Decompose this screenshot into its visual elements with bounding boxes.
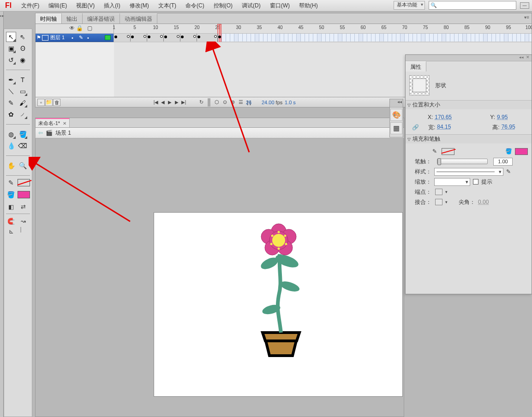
tool-brush[interactable]: 🖌	[18, 98, 28, 108]
stroke-weight-input[interactable]: 1.00	[493, 158, 513, 166]
onion-center[interactable]: ⬡	[213, 99, 221, 105]
hinting-checkbox[interactable]	[473, 179, 478, 185]
miter-value[interactable]: 0.00	[478, 199, 496, 205]
help-search-input[interactable]: 🔍	[429, 1, 516, 10]
option-straighten[interactable]: ⊾	[6, 226, 16, 236]
new-folder-button[interactable]: 📁	[45, 99, 53, 106]
step-back[interactable]: ◀	[160, 99, 166, 106]
stroke-color-swatch[interactable]	[18, 179, 30, 186]
stage-canvas[interactable]	[154, 212, 403, 397]
props-collapse[interactable]: ◂◂ ✕	[406, 55, 532, 61]
menu-view[interactable]: 视图(V)	[72, 0, 99, 12]
option-snap[interactable]: 🧲	[6, 216, 16, 226]
tool-3d-rotate[interactable]: ↺	[6, 55, 16, 65]
tool-eraser[interactable]: ⌫	[18, 141, 28, 151]
swatches-panel-icon[interactable]: ▦	[390, 122, 402, 134]
scene-name[interactable]: 场景 1	[55, 129, 71, 137]
fps-value[interactable]: 24.00	[262, 100, 275, 105]
tool-pencil[interactable]: ✎	[6, 98, 16, 108]
timeline-menu-icon[interactable]: ▾≡	[524, 15, 529, 20]
layer-visible-toggle[interactable]: •	[70, 35, 75, 41]
left-dock-strip[interactable]: ▸▸	[0, 12, 4, 417]
tool-paint-bucket[interactable]: 🪣	[18, 129, 28, 139]
tool-selection[interactable]: ↖	[6, 32, 16, 42]
stroke-style-dropdown[interactable]	[434, 168, 503, 176]
tab-output[interactable]: 输出	[62, 13, 83, 24]
layer-name[interactable]: 图层 1	[50, 34, 65, 41]
mini-dock-collapse[interactable]: ◂◂	[390, 99, 403, 107]
tool-pen[interactable]: ✒	[6, 75, 16, 85]
tool-line[interactable]: ＼	[6, 86, 16, 96]
y-value[interactable]: 9.95	[497, 114, 515, 120]
loop-toggle[interactable]: ↻	[198, 99, 205, 105]
tool-zoom[interactable]: 🔍	[18, 161, 28, 171]
menu-edit[interactable]: 编辑(E)	[44, 0, 72, 12]
color-panel-icon[interactable]: 🎨	[390, 109, 402, 121]
frame-row-layer1[interactable]	[114, 34, 532, 42]
tool-rectangle[interactable]: ▭	[18, 86, 28, 96]
timeline-ruler[interactable]: 1510152025303540455055606570758085909510…	[114, 24, 532, 34]
layer-row-1[interactable]: ⚑ 图层 1 • ✎ •	[36, 34, 114, 42]
edit-multiple[interactable]: ☰	[237, 99, 245, 105]
tool-free-transform[interactable]: ▣	[6, 43, 16, 54]
layer-color-chip[interactable]	[105, 35, 111, 40]
stroke-weight-slider[interactable]	[437, 159, 488, 164]
stroke-scale-dropdown[interactable]	[434, 178, 470, 186]
props-tab-properties[interactable]: 属性	[406, 61, 426, 71]
layer-lock-toggle[interactable]: •	[86, 35, 90, 41]
lock-icon[interactable]: 🔒	[76, 25, 83, 31]
section-fill-stroke[interactable]: ▽填充和笔触	[406, 134, 532, 143]
x-value[interactable]: 170.65	[435, 114, 453, 120]
tab-motion-editor[interactable]: 动画编辑器	[120, 13, 157, 24]
color-bw[interactable]: ◧	[6, 202, 16, 212]
menu-file[interactable]: 文件(F)	[17, 0, 44, 12]
delete-layer-button[interactable]: 🗑	[53, 99, 60, 106]
tool-eyedropper[interactable]: 💧	[6, 141, 16, 151]
onion-outlines[interactable]: ⊚	[229, 99, 236, 105]
menu-insert[interactable]: 插入(I)	[99, 0, 125, 12]
back-icon[interactable]: ⇦	[38, 130, 43, 136]
tab-timeline[interactable]: 时间轴	[36, 13, 62, 24]
step-forward[interactable]: ▶	[173, 99, 180, 106]
outline-icon[interactable]: ▢	[87, 25, 92, 31]
window-minimize[interactable]: —	[520, 2, 529, 9]
cap-option[interactable]	[435, 189, 442, 195]
edit-stroke-style-icon[interactable]: ✎	[506, 168, 511, 175]
w-value[interactable]: 84.15	[437, 124, 455, 131]
join-option[interactable]	[435, 199, 442, 205]
goto-last-frame[interactable]: ▶|	[180, 99, 187, 106]
menu-command[interactable]: 命令(C)	[181, 0, 209, 12]
tool-text[interactable]: T	[18, 75, 28, 85]
tool-bone[interactable]: ⟋	[18, 109, 28, 119]
h-value[interactable]: 76.95	[502, 124, 520, 131]
goto-first-frame[interactable]: |◀	[153, 99, 159, 106]
fill-color-swatch[interactable]	[18, 191, 30, 198]
close-tab-icon[interactable]: ✕	[63, 121, 66, 126]
tool-subselection[interactable]: ⇖	[18, 32, 28, 42]
current-frame-value[interactable]: 26	[246, 100, 251, 105]
section-position-size[interactable]: ▽位置和大小	[406, 100, 532, 109]
stroke-swatch[interactable]	[442, 148, 454, 155]
workspace-preset-dropdown[interactable]: 基本功能	[394, 1, 425, 10]
menu-debug[interactable]: 调试(D)	[237, 0, 265, 12]
layer-draw-toggle[interactable]: ✎	[78, 35, 83, 41]
tool-hand[interactable]: ✋	[6, 161, 16, 171]
play[interactable]: ▶	[167, 99, 173, 106]
eye-icon[interactable]: 👁	[69, 25, 75, 31]
document-tab-1[interactable]: 未命名-1* ✕	[36, 118, 70, 127]
menu-text[interactable]: 文本(T)	[154, 0, 181, 12]
tool-lasso2[interactable]: ◉	[18, 55, 28, 65]
tab-compiler-errors[interactable]: 编译器错误	[83, 13, 120, 24]
tool-deco[interactable]: ✿	[6, 109, 16, 119]
fill-swatch[interactable]	[515, 148, 528, 155]
lock-aspect-icon[interactable]: 🔗	[412, 124, 419, 131]
menu-window[interactable]: 窗口(W)	[265, 0, 294, 12]
tool-ink-bottle[interactable]: ◍	[6, 129, 16, 139]
option-smooth[interactable]: ↝	[18, 216, 28, 226]
stage-scroll-area[interactable]	[35, 138, 404, 417]
color-swap[interactable]: ⇄	[18, 202, 28, 212]
new-layer-button[interactable]: ▫	[37, 99, 45, 106]
menu-control[interactable]: 控制(O)	[209, 0, 237, 12]
menu-help[interactable]: 帮助(H)	[294, 0, 323, 12]
tool-lasso[interactable]: ʘ	[18, 43, 28, 54]
